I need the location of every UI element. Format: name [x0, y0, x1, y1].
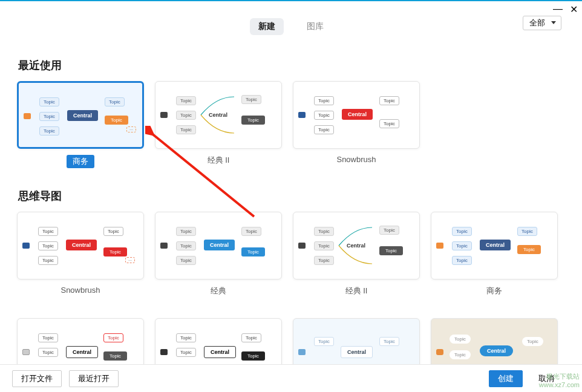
template-card[interactable]: Topic Topic Topic Central Topic Topic 经典…	[155, 81, 282, 168]
preview-topic: Topic	[452, 241, 472, 250]
preview-topic: Topic	[39, 126, 59, 136]
tab-gallery[interactable]: 图库	[298, 18, 332, 35]
preview-topic: Topic	[241, 116, 265, 125]
preview-central: Central	[341, 346, 373, 358]
template-card[interactable]: Topic Topic Topic Central Topic Topic — …	[17, 212, 144, 296]
template-thumbnail: Topic Topic Topic Central Topic Topic	[155, 81, 282, 149]
template-thumbnail: Topic Topic Topic Central Topic Topic	[431, 212, 558, 279]
preview-topic: Topic	[379, 96, 399, 105]
preview-central: Central	[342, 109, 373, 120]
preview-topic: Topic	[241, 95, 261, 104]
template-label: 经典	[211, 286, 226, 296]
preview-topic: Topic	[314, 111, 334, 120]
close-button[interactable]: ✕	[570, 5, 577, 13]
preview-topic: Topic	[176, 256, 196, 265]
template-card[interactable]: Topic Topic Topic Central Topic Topic 经典	[155, 212, 282, 296]
preview-topic: Topic	[379, 337, 399, 346]
template-label: 商务	[486, 286, 502, 296]
section-mindmap-title: 思维导图	[18, 189, 559, 203]
template-card[interactable]: Topic Topic Topic Central Topic Topic 商务	[431, 212, 558, 296]
template-thumbnail: Topic Topic Central Topic	[431, 318, 558, 364]
template-thumbnail: Topic Topic Topic Central Topic Topic —	[17, 81, 144, 149]
template-label: Snowbrush	[60, 286, 100, 295]
preview-topic: Topic	[379, 226, 399, 235]
preview-topic: Topic	[103, 333, 123, 342]
preview-topic: Topic	[105, 97, 125, 106]
preview-topic: Topic	[452, 227, 472, 236]
template-label: Snowbrush	[336, 155, 376, 164]
preview-topic: Topic	[176, 96, 196, 105]
template-card[interactable]: Topic Topic Central Topic Topic	[155, 318, 282, 364]
preview-topic: Topic	[450, 335, 471, 344]
preview-topic: Topic	[450, 350, 471, 359]
preview-central: Central	[204, 346, 236, 358]
preview-central: Central	[67, 110, 98, 121]
header-tabs: 新建 图库	[250, 18, 332, 35]
preview-topic: Topic	[314, 227, 334, 236]
template-card[interactable]: Topic Topic Central Topic	[431, 318, 558, 364]
preview-topic: Topic	[241, 227, 261, 236]
section-recent-title: 最近使用	[18, 58, 559, 73]
minimize-icon: —	[553, 4, 563, 15]
template-thumbnail: Topic Topic Central Topic Topic	[155, 318, 282, 364]
preview-central: Central	[204, 240, 235, 250]
template-thumbnail: Topic Topic Central Topic Topic	[17, 318, 144, 364]
preview-topic: Topic	[452, 256, 472, 265]
preview-topic: Topic	[103, 351, 127, 361]
preview-topic: Topic	[176, 241, 196, 250]
preview-topic: Topic	[379, 119, 399, 128]
cancel-button[interactable]: 取消	[530, 371, 563, 387]
template-thumbnail: Topic Topic Topic Central Topic Topic —	[17, 212, 144, 279]
preview-topic: Topic	[39, 112, 59, 121]
template-thumbnail: Topic Topic Topic Central Topic Topic	[155, 212, 282, 279]
preview-central: Central	[66, 240, 97, 250]
preview-topic: Topic	[38, 333, 58, 342]
preview-topic: Topic	[176, 333, 196, 342]
preview-topic: Topic	[314, 256, 334, 265]
tab-new[interactable]: 新建	[250, 18, 284, 35]
preview-topic: Topic	[241, 351, 265, 361]
preview-topic: Topic	[176, 111, 196, 120]
preview-topic: Topic	[314, 337, 334, 346]
preview-central: Central	[480, 345, 513, 356]
recent-grid: Topic Topic Topic Central Topic Topic — …	[17, 81, 559, 168]
create-button[interactable]: 创建	[489, 370, 523, 387]
template-label: 商务	[67, 155, 94, 168]
preview-topic: Topic	[314, 241, 334, 250]
preview-topic: Topic	[241, 333, 261, 342]
preview-topic: Topic	[103, 227, 123, 236]
preview-topic: Topic	[176, 125, 196, 134]
preview-topic: Topic	[105, 116, 128, 125]
footer: 打开文件 最近打开 创建 取消	[0, 364, 582, 392]
preview-topic: Topic	[241, 247, 265, 256]
template-thumbnail: Topic Topic Topic Central Topic Topic	[293, 81, 420, 149]
template-thumbnail: Topic Central Topic	[293, 318, 420, 364]
preview-topic: Topic	[379, 246, 403, 255]
preview-topic: Topic	[38, 241, 58, 250]
preview-central: Central	[66, 346, 98, 358]
template-card[interactable]: Topic Topic Central Topic Topic	[17, 318, 144, 364]
template-label: 经典 II	[345, 286, 368, 296]
preview-topic: Topic	[314, 96, 334, 105]
preview-topic: Topic	[176, 348, 196, 357]
preview-topic: Topic	[38, 256, 58, 265]
template-card[interactable]: Topic Topic Topic Central Topic Topic — …	[17, 81, 144, 168]
category-select[interactable]: 全部	[523, 16, 561, 30]
preview-topic: Topic	[522, 337, 543, 346]
preview-topic: Topic	[39, 97, 59, 106]
recent-open-button[interactable]: 最近打开	[69, 370, 119, 387]
preview-central: Central	[480, 240, 511, 250]
template-content[interactable]: 最近使用 Topic Topic Topic Central Topic Top…	[0, 38, 576, 364]
template-card[interactable]: Topic Topic Topic Central Topic Topic Sn…	[293, 81, 420, 168]
close-icon: ✕	[570, 4, 578, 15]
preview-topic: Topic	[103, 247, 127, 256]
mindmap-grid: Topic Topic Topic Central Topic Topic — …	[17, 212, 559, 364]
preview-topic: Topic	[314, 125, 334, 134]
category-value: 全部	[529, 18, 545, 28]
open-file-button[interactable]: 打开文件	[12, 370, 62, 387]
template-card[interactable]: Topic Central Topic	[293, 318, 420, 364]
minimize-button[interactable]: —	[554, 5, 561, 13]
preview-topic: Topic	[517, 227, 537, 236]
preview-topic: Topic	[176, 227, 196, 236]
template-card[interactable]: Topic Topic Topic Central Topic Topic 经典…	[293, 212, 420, 296]
